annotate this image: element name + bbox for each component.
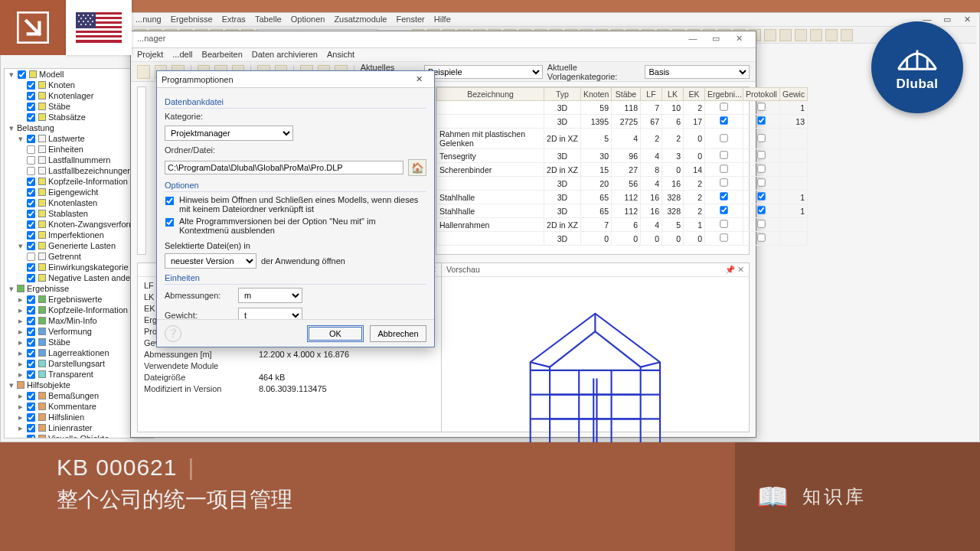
svg-point-12 — [92, 15, 93, 16]
pm-template-select[interactable]: Basis — [645, 65, 750, 79]
table-row[interactable]: 3D5911871021 — [437, 101, 808, 115]
units-dim-select[interactable]: m — [238, 288, 302, 303]
book-icon: 📖 — [756, 481, 789, 512]
path-label: Ordner/Datei: — [165, 145, 223, 155]
minimize-button[interactable]: — — [682, 34, 704, 45]
table-row[interactable]: Rahmen mit plastischen Gelenken2D in XZ5… — [437, 129, 808, 149]
pm-preview-panel: Vorschau📌 ✕ — [442, 262, 750, 432]
menu-item[interactable]: Hilfe — [434, 15, 451, 24]
svg-line-31 — [641, 362, 660, 367]
svg-point-11 — [87, 15, 89, 16]
open-with-suffix: der Anwendung öffnen — [261, 256, 345, 266]
flag-us-icon — [66, 0, 132, 55]
menu-item[interactable]: ...nung — [136, 15, 162, 24]
help-button[interactable]: ❔ — [165, 325, 181, 342]
sidebar-label: 知识库 — [802, 484, 867, 509]
caption-title: 整个公司的统一项目管理 — [57, 485, 704, 514]
svg-point-10 — [83, 15, 84, 16]
ok-button[interactable]: OK — [307, 325, 364, 342]
menu-item[interactable]: Ergebnisse — [171, 15, 213, 24]
maximize-button[interactable]: ▭ — [705, 34, 727, 45]
menu-item[interactable]: Extras — [222, 15, 246, 24]
corner-overlay — [0, 0, 132, 55]
menu-item[interactable]: ...dell — [172, 50, 192, 60]
pin-icon[interactable]: 📌 ✕ — [725, 265, 744, 275]
svg-point-21 — [85, 24, 87, 25]
svg-point-17 — [83, 21, 84, 22]
close-button[interactable]: ✕ — [408, 74, 430, 84]
svg-point-9 — [78, 15, 80, 16]
table-row[interactable]: 3D139527256761713 — [437, 115, 808, 129]
table-row[interactable]: 3D20564162 — [437, 177, 808, 191]
table-row[interactable]: Scherenbinder2D in XZ15278014 — [437, 163, 808, 177]
pm-project-tree[interactable] — [137, 86, 146, 255]
svg-point-19 — [92, 21, 93, 22]
pm-title-text: ...nager — [137, 34, 165, 45]
menu-item[interactable]: Daten archivieren — [252, 50, 318, 60]
pm-titlebar[interactable]: ...nager — ▭ ✕ — [131, 31, 756, 48]
open-with-select[interactable]: neuester Version — [165, 253, 256, 269]
menu-item[interactable]: Ansicht — [327, 50, 354, 60]
svg-point-13 — [80, 18, 82, 19]
opt1-label: Hinweis beim Öffnen und Schließen eines … — [179, 195, 426, 214]
menu-item[interactable]: Fenster — [396, 15, 424, 24]
pm-template-label: Aktuelle Vorlagenkategorie: — [547, 63, 641, 81]
menu-item[interactable]: Tabelle — [255, 15, 282, 24]
caption-band: KB 000621| 整个公司的统一项目管理 📖 知识库 — [0, 442, 980, 551]
svg-point-14 — [85, 18, 87, 19]
svg-point-15 — [90, 18, 91, 19]
browse-button[interactable]: 🏠 — [408, 159, 426, 176]
brand-name: Dlubal — [897, 77, 939, 92]
toolbar-icon[interactable] — [137, 65, 150, 79]
pm-project-select[interactable]: Beispiele — [424, 65, 543, 79]
svg-point-18 — [87, 21, 89, 22]
opt2-label: Alte Programmversionen bei der Option "N… — [179, 217, 426, 235]
toolbar-icon[interactable] — [795, 29, 807, 41]
dlg-titlebar[interactable]: Programmoptionen ✕ — [157, 71, 434, 88]
pm-menubar[interactable]: Projekt ...dell Bearbeiten Daten archivi… — [131, 48, 756, 62]
group-label: Optionen — [165, 181, 426, 192]
toolbar-icon[interactable] — [764, 29, 776, 41]
table-row[interactable]: Tensegrity3D3096430 — [437, 149, 808, 163]
toolbar-icon[interactable] — [841, 29, 853, 41]
svg-line-30 — [531, 362, 550, 367]
program-options-dialog: Programmoptionen ✕ Datenbankdatei Katego… — [156, 70, 435, 347]
svg-rect-5 — [76, 28, 122, 31]
svg-point-20 — [80, 24, 82, 25]
menu-item[interactable]: Zusatzmodule — [334, 15, 387, 24]
toolbar-icon[interactable] — [810, 29, 822, 41]
selected-files-label: Selektierte Datei(en) in — [165, 241, 426, 250]
arrow-icon — [0, 0, 66, 55]
svg-point-16 — [78, 21, 80, 22]
opt2-checkbox[interactable] — [165, 218, 175, 227]
close-button[interactable]: ✕ — [958, 13, 976, 25]
maximize-button[interactable]: ▭ — [938, 13, 956, 25]
units-dim-label: Abmessungen: — [165, 291, 234, 300]
group-label: Datenbankdatei — [165, 97, 426, 109]
dlubal-logo: Dlubal — [871, 21, 963, 113]
menubar[interactable]: ...nung Ergebnisse Extras Tabelle Option… — [131, 13, 976, 27]
preview-title: Vorschau — [446, 265, 480, 275]
category-label: Kategorie: — [165, 112, 223, 121]
toolbar-icon[interactable] — [779, 29, 792, 41]
menu-item[interactable]: Bearbeiten — [202, 50, 243, 60]
table-row[interactable]: Stahlhalle3D651121632821 — [437, 204, 808, 218]
path-input[interactable] — [165, 161, 403, 174]
menu-item[interactable]: Optionen — [291, 15, 325, 24]
svg-rect-6 — [76, 33, 122, 35]
table-row[interactable]: Hallenrahmen2D in XZ76451 — [437, 218, 808, 232]
menu-item[interactable]: Projekt — [137, 50, 163, 60]
group-label: Einheiten — [165, 273, 426, 285]
cancel-button[interactable]: Abbrechen — [370, 325, 426, 342]
close-button[interactable]: ✕ — [728, 34, 750, 45]
dlg-title-text: Programmoptionen — [162, 75, 234, 84]
table-row[interactable]: Stahlhalle3D651121632821 — [437, 191, 808, 204]
opt1-checkbox[interactable] — [165, 197, 175, 206]
pm-model-table[interactable]: BezeichnungTypKnotenStäbeLFLKEKErgebni..… — [436, 86, 750, 255]
table-row[interactable]: 3D00000 — [437, 232, 808, 246]
svg-rect-7 — [76, 37, 122, 40]
caption-code: KB 000621 — [57, 455, 177, 481]
category-select[interactable]: Projektmanager — [165, 126, 293, 141]
svg-point-22 — [90, 24, 91, 25]
toolbar-icon[interactable] — [825, 29, 838, 41]
